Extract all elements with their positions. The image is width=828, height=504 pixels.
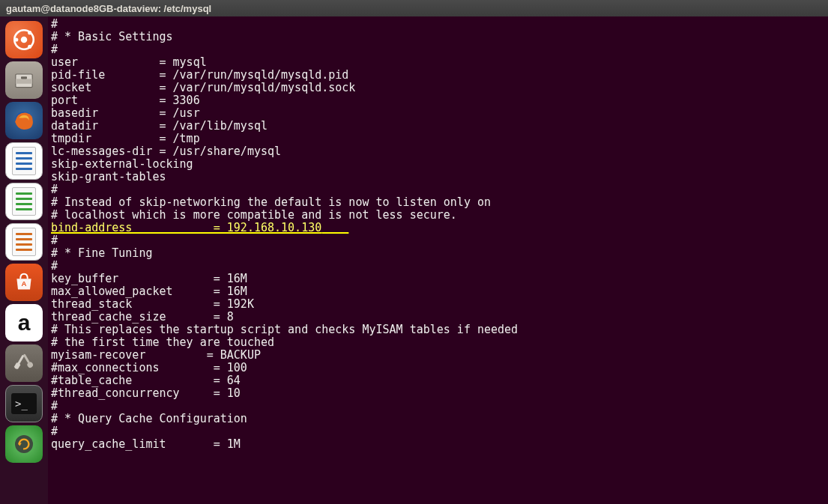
terminal-line: max_allowed_packet = 16M: [51, 285, 825, 298]
terminal-line: port = 3306: [51, 94, 825, 107]
terminal-line: #: [51, 43, 825, 56]
impress-icon[interactable]: [5, 223, 43, 261]
terminal-line: #: [51, 260, 825, 273]
svg-point-1: [21, 37, 28, 43]
svg-point-3: [28, 31, 31, 34]
settings-icon[interactable]: [5, 344, 43, 382]
amazon-icon[interactable]: a: [5, 304, 43, 341]
terminal-line: #: [51, 400, 825, 413]
terminal-line: #thread_concurrency = 10: [51, 387, 825, 400]
terminal-line: # localhost which is more compatible and…: [51, 209, 825, 222]
terminal-icon[interactable]: >_: [5, 385, 43, 422]
terminal-line: socket = /var/run/mysqld/mysqld.sock: [51, 82, 825, 94]
terminal-line: #: [51, 234, 825, 247]
ubuntu-software-icon[interactable]: A: [5, 264, 43, 301]
terminal-prompt-glyph: >_: [15, 398, 28, 410]
amazon-glyph: a: [18, 310, 31, 336]
terminal-line: # This replaces the startup script and c…: [51, 324, 825, 336]
terminal-line: skip-external-locking: [51, 158, 825, 171]
unity-launcher: A a >_: [0, 16, 48, 504]
svg-text:A: A: [22, 279, 27, 288]
terminal-line: tmpdir = /tmp: [51, 133, 825, 145]
window-title: gautam@datanode8GB-dataview: /etc/mysql: [6, 3, 211, 14]
software-updater-icon[interactable]: [5, 425, 43, 463]
terminal-line: #table_cache = 64: [51, 374, 825, 387]
terminal-line: skip-grant-tables: [51, 171, 825, 183]
terminal-line: #: [51, 425, 825, 438]
firefox-icon[interactable]: [5, 102, 43, 139]
terminal-output[interactable]: ## * Basic Settings#user = mysqlpid-file…: [48, 16, 828, 504]
svg-rect-11: [23, 353, 30, 363]
terminal-line: [51, 451, 825, 464]
dash-icon[interactable]: [5, 21, 43, 58]
svg-point-2: [14, 37, 18, 41]
svg-point-4: [28, 45, 31, 49]
terminal-line: thread_cache_size = 8: [51, 311, 825, 324]
svg-rect-7: [21, 76, 27, 79]
terminal-line: #: [51, 183, 825, 196]
writer-icon[interactable]: [5, 142, 43, 180]
terminal-line: datadir = /var/lib/mysql: [51, 120, 825, 133]
terminal-line: # Instead of skip-networking the default…: [51, 196, 825, 209]
terminal-line: # the first time they are touched: [51, 336, 825, 349]
terminal-line-highlighted: bind-address = 192.168.10.130: [51, 222, 825, 234]
terminal-line: # * Query Cache Configuration: [51, 413, 825, 425]
terminal-line: # * Fine Tuning: [51, 247, 825, 260]
window-titlebar: gautam@datanode8GB-dataview: /etc/mysql: [0, 0, 828, 16]
terminal-line: key_buffer = 16M: [51, 273, 825, 285]
files-icon[interactable]: [5, 61, 43, 99]
terminal-line: thread_stack = 192K: [51, 298, 825, 311]
terminal-line: query_cache_limit = 1M: [51, 438, 825, 451]
terminal-line: myisam-recover = BACKUP: [51, 349, 825, 362]
terminal-line: #max_connections = 100: [51, 362, 825, 374]
calc-icon[interactable]: [5, 183, 43, 220]
terminal-line: lc-messages-dir = /usr/share/mysql: [51, 145, 825, 158]
svg-rect-6: [16, 79, 32, 83]
terminal-line: pid-file = /var/run/mysqld/mysqld.pid: [51, 69, 825, 82]
terminal-line: basedir = /usr: [51, 107, 825, 120]
terminal-line: #: [51, 18, 825, 31]
terminal-line: user = mysql: [51, 56, 825, 69]
svg-point-13: [15, 435, 33, 453]
terminal-line: # * Basic Settings: [51, 31, 825, 43]
